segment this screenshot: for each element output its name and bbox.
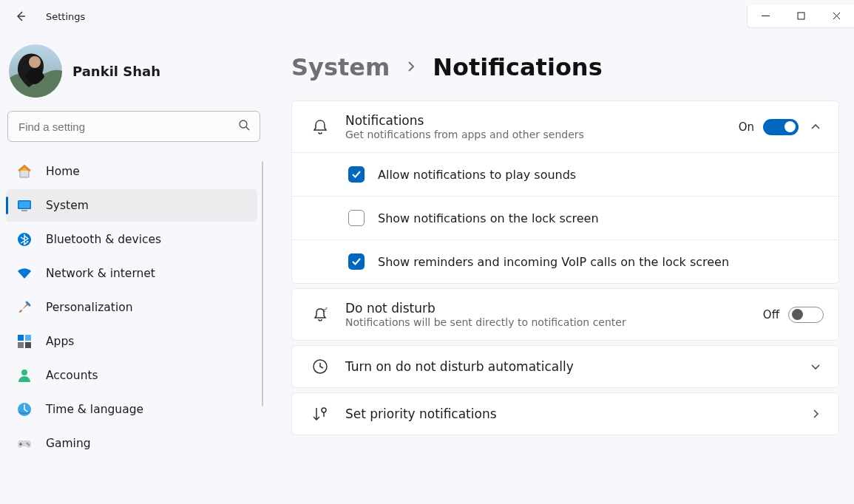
row-auto-dnd[interactable]: Turn on do not disturb automatically [292, 346, 838, 387]
sidebar-item-bluetooth[interactable]: Bluetooth & devices [6, 223, 257, 256]
row-subtitle: Get notifications from apps and other se… [345, 129, 724, 140]
chevron-up-icon[interactable] [807, 122, 824, 132]
close-icon [833, 12, 841, 20]
nav: Home System Bluetooth & devices Network … [6, 155, 265, 460]
svg-point-14 [27, 443, 29, 445]
breadcrumb: System Notifications [291, 53, 839, 81]
breadcrumb-parent[interactable]: System [291, 53, 390, 81]
row-notifications[interactable]: Notifications Get notifications from app… [292, 101, 838, 152]
profile-name: Pankil Shah [72, 64, 160, 79]
bluetooth-icon [16, 231, 33, 248]
svg-rect-8 [18, 335, 24, 341]
profile-block[interactable]: Pankil Shah [6, 33, 265, 111]
row-dnd[interactable]: zz Do not disturb Notifications will be … [292, 289, 838, 340]
maximize-icon [797, 12, 805, 20]
wifi-icon [16, 265, 33, 282]
minimize-button[interactable] [748, 5, 783, 27]
chevron-right-icon[interactable] [807, 409, 824, 419]
system-icon [16, 197, 33, 214]
row-title: Turn on do not disturb automatically [345, 359, 793, 374]
sidebar-item-label: Personalization [46, 301, 133, 314]
row-title: Notifications [345, 113, 724, 128]
svg-point-19 [322, 408, 326, 412]
arrow-left-icon [15, 10, 27, 22]
sidebar-item-gaming[interactable]: Gaming [6, 427, 257, 460]
option-lockscreen[interactable]: Show notifications on the lock screen [292, 196, 838, 239]
minimize-icon [762, 12, 770, 20]
back-button[interactable] [10, 6, 31, 27]
svg-point-3 [240, 120, 247, 128]
option-reminders-voip[interactable]: Show reminders and incoming VoIP calls o… [292, 239, 838, 283]
sidebar-item-label: Time & language [46, 403, 143, 416]
svg-point-12 [21, 370, 27, 375]
row-title: Set priority notifications [345, 406, 793, 421]
card-priority: Set priority notifications [291, 392, 839, 435]
sidebar-item-personalization[interactable]: Personalization [6, 291, 257, 324]
dnd-toggle[interactable] [788, 307, 824, 323]
main-content: System Notifications Notifications Get n… [265, 33, 854, 504]
card-auto-dnd: Turn on do not disturb automatically [291, 345, 839, 388]
toggle-state-label: Off [763, 308, 779, 321]
paintbrush-icon [16, 299, 33, 316]
svg-point-2 [29, 56, 41, 68]
svg-rect-10 [18, 342, 24, 348]
svg-point-15 [28, 444, 30, 446]
svg-rect-11 [25, 342, 31, 348]
svg-text:z: z [325, 306, 328, 310]
sidebar-item-home[interactable]: Home [6, 155, 257, 188]
sidebar-item-label: Apps [46, 335, 74, 348]
sidebar-item-time[interactable]: Time & language [6, 393, 257, 426]
chevron-right-icon [406, 61, 416, 75]
row-subtitle: Notifications will be sent directly to n… [345, 316, 748, 328]
notifications-toggle[interactable] [763, 119, 799, 135]
sidebar-item-accounts[interactable]: Accounts [6, 359, 257, 392]
sidebar-item-label: System [46, 199, 89, 212]
clock-globe-icon [16, 401, 33, 418]
search-input[interactable] [7, 111, 260, 142]
sidebar-item-label: Gaming [46, 437, 91, 450]
option-label: Allow notifications to play sounds [378, 168, 576, 182]
sidebar-item-label: Bluetooth & devices [46, 233, 161, 246]
avatar [9, 44, 62, 98]
svg-rect-9 [25, 335, 31, 341]
person-icon [16, 367, 33, 384]
svg-rect-0 [798, 13, 804, 19]
sidebar: Pankil Shah Home System [0, 33, 265, 504]
clock-icon [310, 358, 331, 375]
apps-icon [16, 333, 33, 350]
window-title: Settings [46, 11, 85, 22]
checkbox[interactable] [348, 210, 365, 226]
toggle-state-label: On [739, 120, 754, 134]
dnd-bell-icon: zz [310, 306, 331, 324]
title-bar: Settings [0, 0, 854, 33]
sidebar-item-label: Accounts [46, 369, 98, 382]
svg-rect-5 [19, 202, 30, 208]
option-play-sounds[interactable]: Allow notifications to play sounds [292, 152, 838, 196]
close-button[interactable] [819, 5, 854, 27]
maximize-button[interactable] [783, 5, 819, 27]
sidebar-item-apps[interactable]: Apps [6, 325, 257, 358]
checkbox[interactable] [348, 253, 365, 270]
sidebar-scrollbar[interactable] [262, 161, 263, 406]
breadcrumb-current: Notifications [433, 53, 602, 81]
window-controls [747, 5, 854, 28]
sidebar-item-label: Home [46, 165, 80, 178]
row-title: Do not disturb [345, 301, 748, 316]
gamepad-icon [16, 435, 33, 452]
search-icon [238, 119, 250, 134]
svg-rect-6 [21, 210, 27, 211]
search-container [7, 111, 260, 142]
card-notifications: Notifications Get notifications from app… [291, 101, 839, 284]
bell-icon [310, 118, 331, 136]
option-label: Show reminders and incoming VoIP calls o… [378, 255, 729, 269]
sidebar-item-label: Network & internet [46, 267, 155, 280]
priority-icon [310, 405, 331, 423]
sidebar-item-network[interactable]: Network & internet [6, 257, 257, 290]
checkbox[interactable] [348, 166, 365, 183]
sidebar-item-system[interactable]: System [6, 189, 257, 222]
card-dnd: zz Do not disturb Notifications will be … [291, 288, 839, 341]
home-icon [16, 163, 33, 180]
option-label: Show notifications on the lock screen [378, 211, 599, 225]
row-priority[interactable]: Set priority notifications [292, 393, 838, 435]
chevron-down-icon[interactable] [807, 361, 824, 372]
